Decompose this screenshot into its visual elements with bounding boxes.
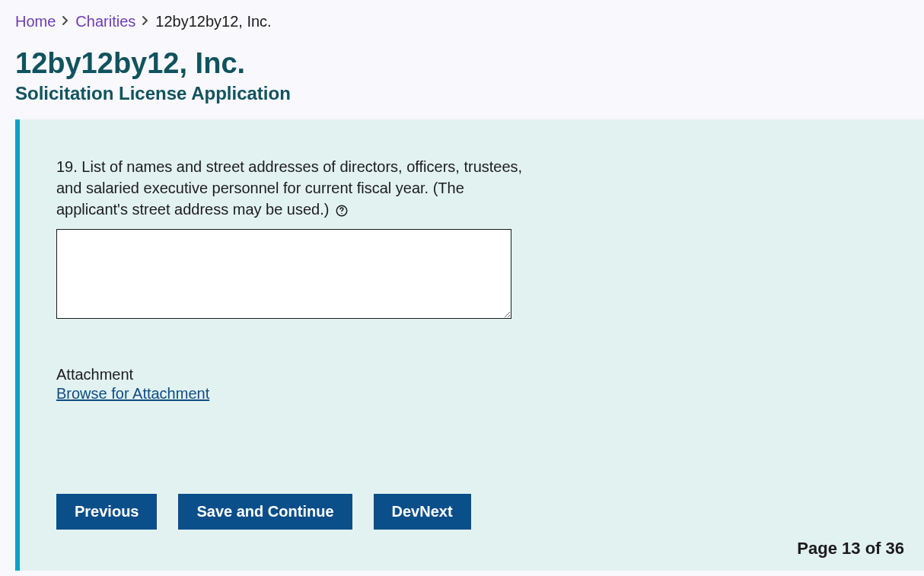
chevron-right-icon xyxy=(142,15,149,28)
page-title: 12by12by12, Inc. xyxy=(15,47,909,80)
chevron-right-icon xyxy=(62,15,69,28)
title-block: 12by12by12, Inc. Solicitation License Ap… xyxy=(0,40,924,119)
help-icon[interactable] xyxy=(335,204,349,218)
attachment-label: Attachment xyxy=(56,366,887,383)
breadcrumb: Home Charities 12by12by12, Inc. xyxy=(0,0,924,40)
page-subtitle: Solicitation License Application xyxy=(15,83,909,104)
form-panel: 19. List of names and street addresses o… xyxy=(15,119,924,571)
breadcrumb-home-link[interactable]: Home xyxy=(15,13,56,30)
page-indicator: Page 13 of 36 xyxy=(797,539,904,558)
breadcrumb-current: 12by12by12, Inc. xyxy=(155,13,271,30)
breadcrumb-charities-link[interactable]: Charities xyxy=(75,13,135,30)
svg-point-1 xyxy=(341,212,343,214)
button-row: Previous Save and Continue DevNext xyxy=(56,494,887,530)
browse-attachment-link[interactable]: Browse for Attachment xyxy=(56,385,209,403)
question-label: 19. List of names and street addresses o… xyxy=(56,156,528,220)
devnext-button[interactable]: DevNext xyxy=(374,494,471,530)
attachment-block: Attachment Browse for Attachment xyxy=(56,366,887,403)
answer-textarea[interactable] xyxy=(56,229,511,319)
save-continue-button[interactable]: Save and Continue xyxy=(178,494,352,530)
previous-button[interactable]: Previous xyxy=(56,494,157,530)
question-text: 19. List of names and street addresses o… xyxy=(56,158,522,218)
